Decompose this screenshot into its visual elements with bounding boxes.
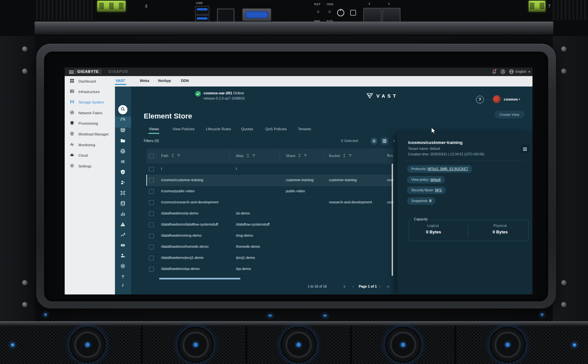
tab-tenants[interactable]: Tenants [298, 127, 311, 131]
table-row[interactable]: /dataflowdemo/proj1-demo /proj1-demo [146, 252, 393, 264]
sidebar-item-settings[interactable]: Settings [65, 163, 115, 170]
row-checkbox[interactable] [149, 200, 154, 205]
globe-icon-rail[interactable] [118, 147, 127, 156]
help-icon[interactable]: ? [476, 96, 484, 103]
services-icon[interactable] [118, 157, 127, 166]
tab-view-policies[interactable]: View Policies [172, 127, 195, 131]
element-store-folder-icon[interactable] [118, 136, 127, 146]
view-policy-link[interactable]: default [430, 178, 441, 182]
column-header-bucket-owner[interactable]: Bucket [387, 153, 393, 157]
sort-icon[interactable] [247, 153, 249, 158]
table-row[interactable]: /dataflowdemo/homedir-demo /homedir-demo [146, 241, 393, 253]
row-checkbox[interactable] [149, 222, 154, 227]
chevron-down-icon: ▾ [519, 98, 520, 101]
shield-check-icon[interactable] [118, 168, 127, 177]
next-page-button[interactable]: › [379, 284, 381, 288]
column-header-bucket[interactable]: Bucket [329, 153, 352, 158]
table-row[interactable]: /dataflowdemo/ai-demo /ai-demo [146, 208, 393, 219]
first-page-button[interactable]: |‹ [344, 284, 346, 288]
filter-icon[interactable] [252, 154, 255, 157]
table-row[interactable]: /dataflowdemo/qa-demo /qa-demo [146, 263, 393, 275]
id-button[interactable] [350, 10, 356, 16]
column-header-share[interactable]: Share [286, 153, 307, 158]
search-icon[interactable] [118, 105, 127, 114]
info-icon-rail[interactable]: i [118, 281, 127, 290]
row-checkbox[interactable] [149, 267, 154, 272]
filters-label[interactable]: Filters (0) [144, 139, 159, 143]
help-icon-rail[interactable]: ? [118, 272, 127, 281]
table-row[interactable]: /dataflowdemo/eng-demo /eng-demo [146, 230, 393, 242]
status-led [44, 313, 47, 316]
sidebar-item-cloud[interactable]: Cloud [65, 152, 115, 160]
create-view-button[interactable]: Create View [495, 111, 525, 119]
row-checkbox[interactable] [149, 178, 154, 183]
power-button[interactable] [337, 9, 344, 16]
filter-icon[interactable] [349, 154, 352, 157]
tab-qos-policies[interactable]: QoS Policies [265, 127, 287, 131]
logical-label: Logical [427, 224, 439, 228]
collapse-panel-icon[interactable]: › [393, 138, 395, 143]
list-view-icon[interactable] [370, 137, 378, 145]
table-row-selected[interactable]: /cosmos/customer-training customer-train… [146, 175, 393, 186]
frame-icon[interactable] [118, 189, 127, 198]
row-checkbox[interactable] [149, 256, 154, 261]
menu-icon[interactable] [69, 71, 74, 71]
sidebar-item-dashboard[interactable]: Dashboard [65, 78, 115, 86]
sidebar-item-network-fabric[interactable]: Network Fabric [65, 109, 115, 117]
column-view-icon[interactable] [381, 137, 388, 145]
views-table: Path Alias Share Buc [146, 149, 393, 278]
table-row[interactable]: /dataflowdemo/dataflow-systemstuff /data… [146, 219, 393, 230]
row-checkbox[interactable] [149, 189, 154, 194]
sidebar-item-provisioning[interactable]: Provisioning [65, 120, 115, 128]
language-selector[interactable]: English [515, 70, 526, 73]
sidebar-item-monitoring[interactable]: Monitoring [65, 141, 115, 149]
rst-button[interactable] [317, 10, 319, 13]
tab-views[interactable]: Views [149, 127, 159, 131]
user-replication-icon[interactable] [118, 178, 127, 187]
sidebar-item-storage-system[interactable]: Storage System [65, 99, 115, 106]
sidebar-item-workload-manager[interactable]: Workload Manager [65, 131, 115, 138]
vertical-scrollbar[interactable] [392, 164, 393, 276]
row-checkbox[interactable] [149, 211, 154, 216]
bar-chart-icon[interactable] [118, 210, 127, 219]
user-admin-icon[interactable] [118, 251, 127, 261]
row-checkbox[interactable] [149, 233, 154, 238]
details-menu-icon[interactable] [521, 145, 529, 153]
security-flavor-link[interactable]: NFS [435, 188, 442, 192]
dashboard-gauge-icon[interactable] [118, 116, 127, 125]
filter-icon[interactable] [304, 154, 307, 157]
table-row[interactable]: /cosmos/public-video public-video [146, 186, 393, 197]
table-row[interactable]: / / [146, 164, 393, 175]
sort-icon[interactable] [298, 153, 301, 158]
drive-icon[interactable] [118, 241, 127, 250]
analytics-trend-icon[interactable] [118, 230, 127, 240]
sidebar-item-infrastructure[interactable]: Infrastructure [65, 88, 115, 96]
tab-quotas[interactable]: Quotas [241, 127, 253, 131]
sort-icon[interactable] [172, 153, 174, 158]
tab-vast[interactable]: VAST [116, 79, 125, 83]
database-icon[interactable] [118, 199, 127, 208]
tab-lifecycle-rules[interactable]: Lifecycle Rules [206, 127, 231, 131]
tab-weka[interactable]: Weka [140, 79, 149, 83]
tab-netapp[interactable]: NetApp [158, 79, 171, 83]
bell-icon[interactable] [492, 69, 497, 75]
table-row[interactable]: /cosmos/research-and-development researc… [146, 197, 393, 208]
select-all-checkbox[interactable] [149, 154, 154, 159]
column-header-alias[interactable]: Alias [236, 153, 255, 158]
alerts-icon[interactable] [118, 220, 127, 229]
globe-icon[interactable] [509, 69, 514, 75]
protocols-link[interactable]: NFSv3, SMB, S3 BUCKET [428, 167, 468, 171]
prev-page-button[interactable]: ‹ [352, 284, 354, 288]
user-menu[interactable]: cosmos [504, 97, 518, 101]
sort-icon[interactable] [343, 153, 346, 158]
row-checkbox[interactable] [149, 167, 154, 172]
tab-ddn[interactable]: DDN [181, 79, 189, 83]
user-icon[interactable] [500, 69, 505, 75]
filter-icon[interactable] [177, 154, 180, 157]
last-page-button[interactable]: ›| [387, 284, 389, 288]
column-header-path[interactable]: Path [161, 153, 180, 158]
horizontal-scrollbar[interactable] [159, 278, 240, 279]
row-checkbox[interactable] [149, 245, 154, 249]
settings-gear-icon[interactable] [118, 262, 127, 271]
avatar[interactable] [493, 95, 501, 103]
